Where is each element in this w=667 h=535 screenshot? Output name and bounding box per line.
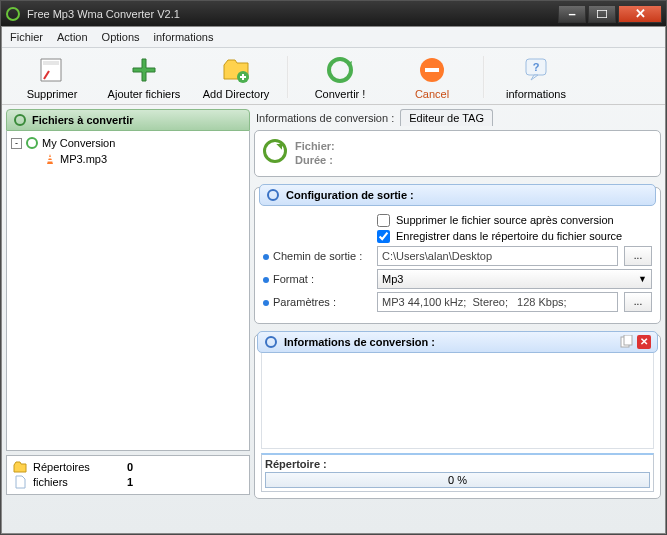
menubar: Fichier Action Options informations xyxy=(2,27,665,48)
files-header-label: Fichiers à convertir xyxy=(32,114,134,126)
repertoire-label: Répertoire : xyxy=(265,458,650,470)
tree-root[interactable]: - My Conversion xyxy=(11,135,245,151)
params-label: Paramètres : xyxy=(263,296,371,308)
file-icon xyxy=(13,475,27,489)
progress-bar: 0 % xyxy=(265,472,650,488)
tab-tag-editor[interactable]: Editeur de TAG xyxy=(400,109,493,126)
output-path-input[interactable] xyxy=(377,246,618,266)
convert-label: Convertir ! xyxy=(315,88,366,100)
fichiers-value: 1 xyxy=(127,476,133,488)
svg-rect-5 xyxy=(425,68,439,72)
svg-rect-10 xyxy=(48,157,52,159)
counts-panel: Répertoires 0 fichiers 1 xyxy=(6,455,250,495)
repertoires-value: 0 xyxy=(127,461,133,473)
menu-informations[interactable]: informations xyxy=(154,31,214,43)
progress-value: 0 % xyxy=(448,474,467,486)
copy-icon[interactable] xyxy=(619,335,633,349)
chevron-down-icon: ▼ xyxy=(638,274,647,284)
folder-plus-icon xyxy=(220,54,252,86)
delete-label: Supprimer xyxy=(27,88,78,100)
tree-collapse-icon[interactable]: - xyxy=(11,138,22,149)
format-combobox[interactable]: Mp3 ▼ xyxy=(377,269,652,289)
conversion-info-box: Informations de conversion : ✕ Répertoir… xyxy=(254,334,661,499)
toolbar: Supprimer Ajouter fichiers Add Directory… xyxy=(2,48,665,105)
toolbar-separator-2 xyxy=(483,56,485,98)
titlebar: Free Mp3 Wma Converter V2.1 – ✕ xyxy=(0,0,667,26)
cancel-label: Cancel xyxy=(415,88,449,100)
vlc-cone-icon xyxy=(43,152,57,166)
plus-icon xyxy=(128,54,160,86)
svg-point-3 xyxy=(329,59,351,81)
window-title: Free Mp3 Wma Converter V2.1 xyxy=(27,8,558,20)
add-directory-label: Add Directory xyxy=(203,88,270,100)
info-button[interactable]: ? informations xyxy=(492,52,580,102)
same-folder-label: Enregistrer dans le répertoire du fichie… xyxy=(396,230,622,242)
folder-icon xyxy=(13,461,27,473)
svg-point-0 xyxy=(7,8,19,20)
params-input[interactable] xyxy=(377,292,618,312)
svg-point-12 xyxy=(268,190,278,200)
delete-icon xyxy=(36,54,68,86)
files-panel-header: Fichiers à convertir xyxy=(6,109,250,131)
tree-root-label: My Conversion xyxy=(42,137,115,149)
tab-info-label: Informations de conversion : xyxy=(256,112,394,124)
format-label: Format : xyxy=(263,273,371,285)
add-files-label: Ajouter fichiers xyxy=(108,88,181,100)
delete-button[interactable]: Supprimer xyxy=(8,52,96,102)
repertoires-label: Répertoires xyxy=(33,461,90,473)
svg-point-13 xyxy=(266,337,276,347)
browse-path-button[interactable]: ... xyxy=(624,246,652,266)
right-panel: Informations de conversion : Editeur de … xyxy=(254,109,661,517)
svg-rect-1 xyxy=(597,10,607,18)
progress-section: Répertoire : 0 % xyxy=(261,453,654,492)
toolbar-separator xyxy=(287,56,289,98)
gear-header-icon xyxy=(266,188,280,202)
add-directory-button[interactable]: Add Directory xyxy=(192,52,280,102)
conversion-log xyxy=(261,353,654,449)
tree-file-item[interactable]: MP3.mp3 xyxy=(43,151,245,167)
output-path-label: Chemin de sortie : xyxy=(263,250,371,262)
convert-node-icon xyxy=(25,136,39,150)
output-config-box: Configuration de sortie : Supprimer le f… xyxy=(254,187,661,324)
menu-action[interactable]: Action xyxy=(57,31,88,43)
files-header-icon xyxy=(13,113,27,127)
left-panel: Fichiers à convertir - My Conversion MP3… xyxy=(6,109,250,517)
same-folder-checkbox[interactable] xyxy=(377,230,390,243)
info-label: informations xyxy=(506,88,566,100)
convert-icon xyxy=(324,54,356,86)
tabs-row: Informations de conversion : Editeur de … xyxy=(254,109,661,126)
question-icon: ? xyxy=(520,54,552,86)
conversion-info-header: Informations de conversion : ✕ xyxy=(257,331,658,353)
svg-rect-11 xyxy=(48,160,53,162)
close-panel-icon[interactable]: ✕ xyxy=(637,335,651,349)
file-info-duree: Durée : xyxy=(295,153,335,167)
maximize-button[interactable] xyxy=(588,5,616,23)
tree-file-label: MP3.mp3 xyxy=(60,153,107,165)
conversion-info-title: Informations de conversion : xyxy=(284,336,435,348)
svg-rect-15 xyxy=(624,335,632,345)
svg-text:?: ? xyxy=(533,61,540,73)
info-header-icon xyxy=(264,335,278,349)
fichiers-label: fichiers xyxy=(33,476,68,488)
cancel-icon xyxy=(416,54,448,86)
file-info-box: Fichier: Durée : xyxy=(254,130,661,177)
add-files-button[interactable]: Ajouter fichiers xyxy=(100,52,188,102)
menu-options[interactable]: Options xyxy=(102,31,140,43)
minimize-button[interactable]: – xyxy=(558,5,586,23)
refresh-icon xyxy=(263,139,287,163)
file-info-fichier: Fichier: xyxy=(295,139,335,153)
svg-point-9 xyxy=(27,138,37,148)
cancel-button[interactable]: Cancel xyxy=(388,52,476,102)
output-config-header: Configuration de sortie : xyxy=(259,184,656,206)
format-value: Mp3 xyxy=(382,273,403,285)
output-config-title: Configuration de sortie : xyxy=(286,189,414,201)
app-icon xyxy=(5,6,21,22)
close-button[interactable]: ✕ xyxy=(618,5,662,23)
params-settings-button[interactable]: ... xyxy=(624,292,652,312)
file-tree[interactable]: - My Conversion MP3.mp3 xyxy=(6,131,250,451)
svg-point-8 xyxy=(15,115,25,125)
menu-fichier[interactable]: Fichier xyxy=(10,31,43,43)
convert-button[interactable]: Convertir ! xyxy=(296,52,384,102)
delete-source-label: Supprimer le fichier source après conver… xyxy=(396,214,614,226)
delete-source-checkbox[interactable] xyxy=(377,214,390,227)
